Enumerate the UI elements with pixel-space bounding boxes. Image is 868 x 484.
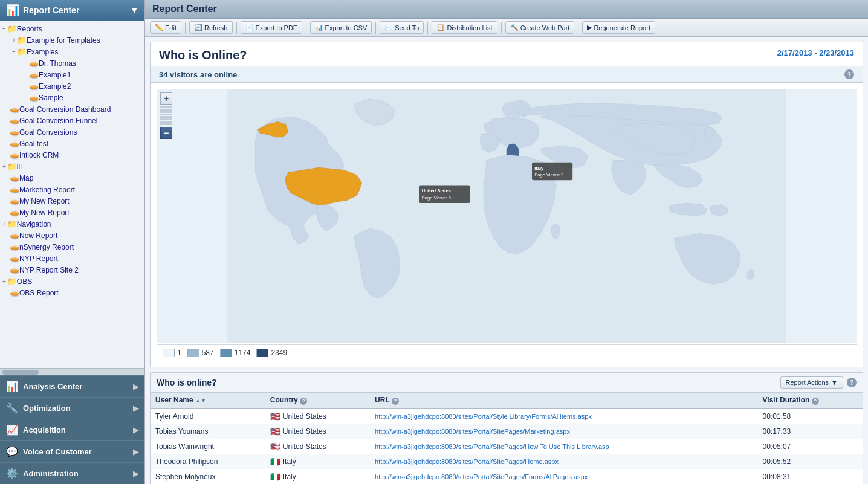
cell-duration-4: 00:08:31 bbox=[758, 469, 863, 484]
tree-label-lll[interactable]: lll bbox=[17, 163, 22, 171]
tree-label-goal-conv-dash[interactable]: Goal Conversion Dashboard bbox=[19, 105, 111, 114]
tree-label-example1[interactable]: Example1 bbox=[39, 71, 71, 79]
url-help-icon[interactable]: ? bbox=[392, 398, 399, 405]
tree-item-goal-test[interactable]: 🥧Goal test bbox=[0, 138, 144, 149]
tree-label-nyp-report-site2[interactable]: NYP Report Site 2 bbox=[19, 266, 79, 274]
tree-item-lll[interactable]: +📁lll bbox=[0, 161, 144, 172]
tree-label-nsynergy-report[interactable]: nSynergy Report bbox=[19, 243, 74, 251]
table-row[interactable]: Theodora Philipson 🇮🇹 Italy http://win-a… bbox=[151, 454, 863, 469]
tree-label-obs[interactable]: OBS bbox=[17, 277, 32, 286]
sidebar-dropdown-icon[interactable]: ▼ bbox=[130, 5, 138, 15]
toolbar-btn-edit[interactable]: ✏️Edit bbox=[150, 21, 181, 34]
url-link-4[interactable]: http://win-a3jigehdcpo:8080/sites/Portal… bbox=[375, 473, 588, 480]
toolbar-btn-send-to[interactable]: ✉️Send To bbox=[380, 21, 424, 34]
tree-label-goal-conv-funnel[interactable]: Goal Conversion Funnel bbox=[19, 117, 97, 125]
tree-item-obs-report[interactable]: 🥧OBS Report bbox=[0, 287, 144, 298]
table-row[interactable]: Stephen Molyneux 🇮🇹 Italy http://win-a3j… bbox=[151, 469, 863, 484]
tree-label-navigation[interactable]: Navigation bbox=[17, 220, 51, 228]
nav-item-analysis-center[interactable]: 📊 Analysis Center ▶ bbox=[0, 375, 144, 397]
map-zoom-in-btn[interactable]: + bbox=[160, 92, 172, 105]
report-icon-sample: 🥧 bbox=[29, 93, 39, 102]
nav-item-optimization[interactable]: 🔧 Optimization ▶ bbox=[0, 397, 144, 419]
tree-item-nsynergy-report[interactable]: 🥧nSynergy Report bbox=[0, 241, 144, 253]
country-help-icon[interactable]: ? bbox=[300, 398, 307, 405]
report-actions-btn[interactable]: Report Actions ▼ bbox=[780, 376, 843, 389]
expand-icon-examples[interactable]: − bbox=[12, 48, 16, 55]
tree-item-navigation[interactable]: +📁Navigation bbox=[0, 218, 144, 230]
expand-icon-example-templates[interactable]: + bbox=[12, 37, 16, 44]
toolbar-btn-export-csv[interactable]: 📊Export to CSV bbox=[310, 21, 372, 34]
tree-item-goal-conversions[interactable]: 🥧Goal Conversions bbox=[0, 126, 144, 138]
duration-help-icon[interactable]: ? bbox=[812, 398, 819, 405]
map-zoom-out-btn[interactable]: − bbox=[160, 127, 172, 139]
nav-item-acquisition[interactable]: 📈 Acquisition ▶ bbox=[0, 419, 144, 440]
tree-label-intlock-crm[interactable]: Intlock CRM bbox=[19, 151, 59, 160]
main-page-title: Report Center bbox=[145, 0, 868, 19]
toolbar-btn-refresh[interactable]: 🔄Refresh bbox=[189, 21, 233, 34]
username-sort-icon[interactable]: ▲▼ bbox=[195, 398, 206, 404]
expand-icon-obs[interactable]: + bbox=[2, 278, 6, 285]
legend-label-4: 2349 bbox=[271, 349, 287, 357]
tree-label-example2[interactable]: Example2 bbox=[39, 82, 71, 91]
toolbar-btn-regenerate-report[interactable]: ▶Regenerate Report bbox=[582, 21, 655, 34]
toolbar-label-refresh: Refresh bbox=[204, 24, 228, 31]
tree-item-nyp-report[interactable]: 🥧NYP Report bbox=[0, 253, 144, 264]
tree-item-nyp-report-site2[interactable]: 🥧NYP Report Site 2 bbox=[0, 264, 144, 276]
expand-icon-lll[interactable]: + bbox=[2, 163, 6, 170]
tree-label-sample[interactable]: Sample bbox=[39, 94, 63, 102]
tree-item-my-new-report2[interactable]: 🥧My New Report bbox=[0, 207, 144, 218]
tree-label-example-templates[interactable]: Example for Templates bbox=[27, 36, 100, 45]
table-row[interactable]: Tyler Arnold 🇺🇸 United States http://win… bbox=[151, 408, 863, 424]
cell-user-0: Tyler Arnold bbox=[151, 408, 265, 424]
tree-label-nyp-report[interactable]: NYP Report bbox=[19, 254, 58, 263]
toolbar-btn-export-pdf[interactable]: 📄Export to PDF bbox=[241, 21, 302, 34]
tree-item-dr-thomas[interactable]: 🥧Dr. Thomas bbox=[0, 57, 144, 69]
tree-label-dr-thomas[interactable]: Dr. Thomas bbox=[39, 59, 76, 68]
tree-label-goal-test[interactable]: Goal test bbox=[19, 140, 48, 148]
flag-2: 🇺🇸 bbox=[270, 442, 280, 451]
tree-label-my-new-report1[interactable]: My New Report bbox=[19, 197, 70, 205]
expand-icon-navigation[interactable]: + bbox=[2, 221, 6, 227]
url-link-2[interactable]: http://win-a3jigehdcpo:8080/sites/Portal… bbox=[375, 443, 609, 450]
sidebar-hscroll[interactable] bbox=[0, 368, 144, 375]
toolbar-btn-create-web-part[interactable]: 🔨Create Web Part bbox=[505, 21, 575, 34]
url-link-3[interactable]: http://win-a3jigehdcpo:8080/sites/Portal… bbox=[375, 458, 559, 465]
tree-item-goal-conv-dash[interactable]: 🥧Goal Conversion Dashboard bbox=[0, 103, 144, 115]
table-row[interactable]: Tobias Youmans 🇺🇸 United States http://w… bbox=[151, 424, 863, 439]
table-row[interactable]: Tobias Wainwright 🇺🇸 United States http:… bbox=[151, 439, 863, 454]
tree-item-examples[interactable]: −📁Examples bbox=[0, 46, 144, 57]
sidebar-hscroll-thumb[interactable] bbox=[2, 370, 39, 375]
table-help-icon[interactable]: ? bbox=[847, 378, 857, 387]
visitors-help-icon[interactable]: ? bbox=[844, 69, 854, 79]
world-map[interactable]: United States Page Views: 5 Italy Page V… bbox=[157, 89, 857, 343]
tree-item-intlock-crm[interactable]: 🥧Intlock CRM bbox=[0, 149, 144, 161]
tree-item-example-templates[interactable]: +📁Example for Templates bbox=[0, 34, 144, 46]
tree-item-new-report[interactable]: 🥧New Report bbox=[0, 230, 144, 241]
toolbar-btn-distribution-list[interactable]: 📋Distribution List bbox=[432, 21, 497, 34]
tree-label-examples[interactable]: Examples bbox=[27, 48, 59, 56]
tree-item-example2[interactable]: 🥧Example2 bbox=[0, 80, 144, 92]
url-link-0[interactable]: http://win-a3jigehdcpo:8080/sites/Portal… bbox=[375, 413, 592, 420]
tree-item-example1[interactable]: 🥧Example1 bbox=[0, 69, 144, 80]
tree-item-obs[interactable]: +📁OBS bbox=[0, 276, 144, 287]
nav-item-administration[interactable]: ⚙️ Administration ▶ bbox=[0, 462, 144, 484]
tree-label-new-report[interactable]: New Report bbox=[19, 231, 57, 240]
url-link-1[interactable]: http://win-a3jigehdcpo:8080/sites/Portal… bbox=[375, 428, 570, 435]
tree-item-my-new-report1[interactable]: 🥧My New Report bbox=[0, 195, 144, 207]
nav-left-analysis-center: 📊 Analysis Center bbox=[6, 381, 82, 392]
tree-label-my-new-report2[interactable]: My New Report bbox=[19, 208, 70, 217]
toolbar-icon-distribution-list: 📋 bbox=[436, 24, 445, 31]
tree-item-map[interactable]: 🥧Map bbox=[0, 172, 144, 184]
tree-item-marketing-report[interactable]: 🥧Marketing Report bbox=[0, 184, 144, 195]
expand-icon-reports-root[interactable]: − bbox=[2, 25, 6, 32]
tree-label-goal-conversions[interactable]: Goal Conversions bbox=[19, 128, 77, 137]
tree-item-sample[interactable]: 🥧Sample bbox=[0, 92, 144, 103]
nav-item-voice-of-customer[interactable]: 💬 Voice of Customer ▶ bbox=[0, 440, 144, 462]
tree-label-map[interactable]: Map bbox=[19, 174, 33, 182]
report-date-range[interactable]: 2/17/2013 - 2/23/2013 bbox=[777, 48, 854, 57]
tree-item-goal-conv-funnel[interactable]: 🥧Goal Conversion Funnel bbox=[0, 115, 144, 126]
tree-item-reports-root[interactable]: −📁Reports bbox=[0, 23, 144, 34]
tree-label-reports-root[interactable]: Reports bbox=[17, 25, 42, 33]
tree-label-marketing-report[interactable]: Marketing Report bbox=[19, 186, 75, 194]
tree-label-obs-report[interactable]: OBS Report bbox=[19, 289, 59, 297]
